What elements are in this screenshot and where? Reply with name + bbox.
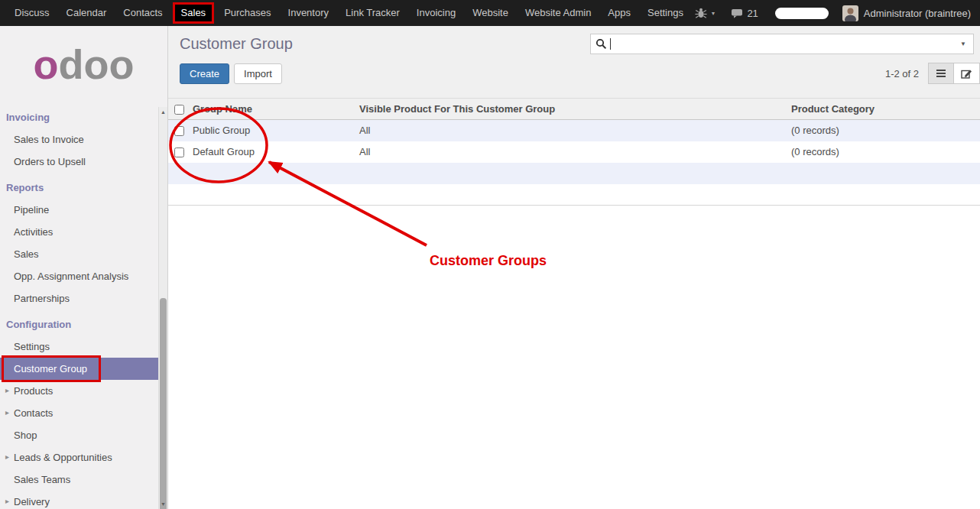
sidebar-menu: Invoicing Sales to Invoice Orders to Ups… (0, 102, 167, 509)
menu-settings[interactable]: Settings (639, 0, 692, 26)
sidebar-scrollbar[interactable]: ▲ ▼ (158, 107, 167, 509)
cell-group-name: Public Group (187, 120, 353, 141)
sidebar-item-sales-teams[interactable]: Sales Teams (0, 468, 158, 491)
bug-icon[interactable] (695, 8, 707, 18)
menu-purchases[interactable]: Purchases (216, 0, 279, 26)
list-view-icon (936, 69, 946, 78)
sidebar-item-contacts[interactable]: ▸ Contacts (0, 402, 158, 424)
sidebar-item-label: Products (14, 385, 53, 397)
column-visible-product[interactable]: Visible Product For This Customer Group (353, 99, 785, 120)
search-dropdown-icon[interactable]: ▼ (958, 41, 969, 47)
sidebar-item-label: Delivery (14, 496, 50, 507)
button-row: Create Import 1-2 of 2 (180, 63, 980, 84)
messages-indicator[interactable]: 21 (731, 8, 758, 19)
user-menu[interactable]: Administrator (braintree) (864, 8, 971, 19)
search-icon (595, 38, 607, 50)
control-panel: Customer Group ▼ Create Import 1-2 of 2 (168, 26, 980, 98)
sidebar-item-orders-to-upsell[interactable]: Orders to Upsell (0, 151, 158, 173)
sidebar-item-shop[interactable]: Shop (0, 424, 158, 446)
sidebar-item-sales[interactable]: Sales (0, 243, 158, 265)
menu-website-admin[interactable]: Website Admin (517, 0, 599, 26)
text-cursor (610, 38, 611, 50)
search-input[interactable] (612, 34, 958, 53)
menu-apps[interactable]: Apps (599, 0, 639, 26)
select-all-checkbox[interactable] (174, 105, 184, 115)
table-row-default-group[interactable]: Default Group All (0 records) (168, 141, 980, 163)
sidebar-item-leads-opportunities[interactable]: ▸ Leads & Opportunities (0, 446, 158, 468)
menu-contacts[interactable]: Contacts (115, 0, 170, 26)
caret-down-icon[interactable]: ▼ (710, 11, 716, 16)
sidebar-item-opp-assignment[interactable]: Opp. Assignment Analysis (0, 265, 158, 287)
menu-sales[interactable]: Sales (173, 2, 215, 24)
logo-letter: o (34, 41, 59, 88)
scroll-up-icon[interactable]: ▲ (159, 109, 167, 115)
pager: 1-2 of 2 (885, 68, 919, 79)
menu-link-tracker[interactable]: Link Tracker (337, 0, 408, 26)
scroll-down-icon[interactable]: ▼ (159, 501, 167, 507)
import-button[interactable]: Import (234, 63, 282, 84)
cell-product-category: (0 records) (785, 141, 980, 163)
sidebar-item-label: Customer Group (14, 363, 87, 374)
sidebar-item-activities[interactable]: Activities (0, 221, 158, 243)
status-pill[interactable] (775, 8, 829, 19)
expand-arrow-icon: ▸ (5, 408, 9, 417)
section-configuration: Configuration Settings Customer Group ▸ … (0, 310, 158, 509)
section-title-reports: Reports (0, 173, 158, 199)
odoo-logo: odoo (0, 26, 167, 102)
sidebar-item-customer-group[interactable]: Customer Group (0, 358, 158, 380)
menu-inventory[interactable]: Inventory (280, 0, 337, 26)
sidebar-item-settings[interactable]: Settings (0, 336, 158, 358)
scrollbar-thumb[interactable] (160, 298, 167, 509)
section-title-invoicing: Invoicing (0, 102, 158, 128)
sidebar-item-sales-to-invoice[interactable]: Sales to Invoice (0, 128, 158, 151)
form-view-icon (961, 69, 972, 79)
search-bar: ▼ (590, 34, 974, 54)
section-title-configuration: Configuration (0, 310, 158, 336)
sidebar-item-products[interactable]: ▸ Products (0, 380, 158, 402)
cell-visible-product: All (353, 141, 785, 163)
topbar-right: ▼ 21 Administrator (braintree) (695, 5, 980, 21)
sidebar-item-pipeline[interactable]: Pipeline (0, 199, 158, 221)
expand-arrow-icon: ▸ (5, 386, 9, 394)
empty-row (168, 163, 980, 184)
page-title: Customer Group (180, 35, 293, 53)
cell-visible-product: All (353, 120, 785, 141)
view-switcher (928, 63, 980, 84)
menu-invoicing[interactable]: Invoicing (408, 0, 464, 26)
menu-website[interactable]: Website (464, 0, 517, 26)
logo-rest: doo (59, 41, 135, 88)
avatar[interactable] (842, 5, 858, 21)
chat-icon (731, 8, 743, 18)
sidebar-item-partnerships[interactable]: Partnerships (0, 287, 158, 310)
section-invoicing: Invoicing Sales to Invoice Orders to Ups… (0, 102, 158, 173)
empty-row (168, 184, 980, 206)
sidebar-item-label: Contacts (14, 407, 53, 419)
topbar: Discuss Calendar Contacts Sales Purchase… (0, 0, 980, 26)
message-count: 21 (747, 8, 758, 19)
sidebar: odoo Invoicing Sales to Invoice Orders t… (0, 26, 168, 509)
column-group-name[interactable]: Group Name (187, 99, 353, 120)
cell-group-name: Default Group (187, 141, 353, 163)
main-content: Customer Group ▼ Create Import 1-2 of 2 (168, 26, 980, 509)
row-checkbox[interactable] (174, 126, 184, 136)
row-checkbox[interactable] (174, 148, 184, 157)
section-reports: Reports Pipeline Activities Sales Opp. A… (0, 173, 158, 310)
list-view-button[interactable] (928, 63, 954, 84)
menu-calendar[interactable]: Calendar (58, 0, 115, 26)
top-menu: Discuss Calendar Contacts Sales Purchase… (0, 0, 692, 26)
expand-arrow-icon: ▸ (5, 497, 9, 505)
create-button[interactable]: Create (180, 63, 229, 84)
expand-arrow-icon: ▸ (5, 452, 9, 461)
column-product-category[interactable]: Product Category (785, 99, 980, 120)
sidebar-item-delivery[interactable]: ▸ Delivery (0, 491, 158, 509)
cell-product-category: (0 records) (785, 120, 980, 141)
menu-discuss[interactable]: Discuss (6, 0, 58, 26)
form-view-button[interactable] (954, 63, 980, 84)
table-row-public-group[interactable]: Public Group All (0 records) (168, 120, 980, 141)
sidebar-item-label: Leads & Opportunities (14, 452, 112, 463)
table-header-row: Group Name Visible Product For This Cust… (168, 99, 980, 120)
customer-group-table: Group Name Visible Product For This Cust… (168, 98, 980, 206)
